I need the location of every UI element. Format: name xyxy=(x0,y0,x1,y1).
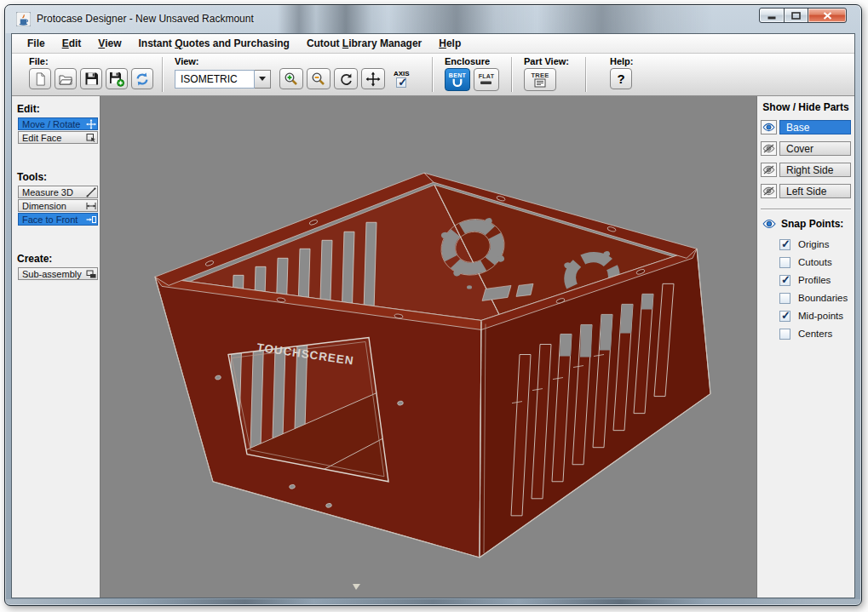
maximize-icon xyxy=(791,12,801,20)
sub-assembly-label: Sub-assembly xyxy=(22,269,82,279)
rotate-icon xyxy=(338,71,354,87)
viewport-marker xyxy=(353,584,360,590)
eye-hidden-icon xyxy=(762,165,775,174)
part-button-base[interactable]: Base xyxy=(779,120,851,134)
right-parts-panel: Show / Hide Parts Base xyxy=(756,96,854,598)
flat-label: FLAT xyxy=(479,73,495,79)
chevron-down-icon xyxy=(259,77,266,81)
toolbar-part-view-group: Part View: TREE xyxy=(515,54,582,95)
toolbar-view-group: View: ISOMETRIC xyxy=(166,54,428,95)
boundaries-checkbox[interactable] xyxy=(779,293,790,304)
minimize-icon xyxy=(767,12,776,20)
view-selector-arrow-button[interactable] xyxy=(255,70,271,89)
new-document-icon xyxy=(33,71,48,87)
part-view-group-label: Part View: xyxy=(524,56,577,66)
centers-checkbox[interactable] xyxy=(779,329,790,340)
save-button[interactable] xyxy=(80,68,102,89)
dimension-icon xyxy=(85,200,97,211)
pan-button[interactable] xyxy=(361,68,385,89)
snap-row-profiles: Profiles xyxy=(779,274,852,286)
left-tool-panel: Edit: Move / Rotate Edit Face xyxy=(12,96,101,598)
bent-view-button[interactable]: BENT xyxy=(445,68,470,91)
enclosure-3d-model: TOUCHSCREEN xyxy=(101,96,756,598)
snap-points-title: Snap Points: xyxy=(781,218,843,230)
part-button-right-side[interactable]: Right Side xyxy=(779,163,851,177)
dimension-label: Dimension xyxy=(22,201,66,211)
eye-hidden-icon xyxy=(762,144,775,153)
flat-view-button[interactable]: FLAT xyxy=(474,68,499,91)
help-group-label: Help: xyxy=(610,56,634,66)
menu-help[interactable]: Help xyxy=(430,35,469,52)
menu-bar: File Edit View Instant Quotes and Purcha… xyxy=(12,34,854,54)
origins-checkbox[interactable] xyxy=(779,239,790,250)
edit-face-icon xyxy=(85,132,97,143)
rotate-view-button[interactable] xyxy=(334,68,358,89)
tree-list-icon xyxy=(534,78,546,88)
sub-assembly-button[interactable]: Sub-assembly xyxy=(18,267,98,280)
menu-edit[interactable]: Edit xyxy=(54,35,90,52)
axis-checkbox[interactable] xyxy=(396,77,406,88)
help-button[interactable]: ? xyxy=(610,68,632,89)
zoom-in-icon xyxy=(284,71,299,87)
part-button-cover[interactable]: Cover xyxy=(779,141,851,156)
save-icon xyxy=(84,71,99,86)
measure-3d-label: Measure 3D xyxy=(22,187,73,197)
bent-label: BENT xyxy=(449,72,466,78)
open-file-button[interactable] xyxy=(55,68,77,89)
view-selector[interactable]: ISOMETRIC xyxy=(175,70,255,89)
menu-cutout-library[interactable]: Cutout Library Manager xyxy=(298,35,430,52)
menu-view[interactable]: View xyxy=(89,35,129,52)
create-section-label: Create: xyxy=(17,253,100,265)
menu-file[interactable]: File xyxy=(19,35,54,52)
close-button[interactable] xyxy=(808,8,847,23)
mid-points-checkbox[interactable] xyxy=(779,311,790,322)
snap-row-centers: Centers xyxy=(779,328,852,340)
move-rotate-icon xyxy=(85,118,97,129)
toolbar-help-group: Help: ? xyxy=(589,54,639,95)
dimension-button[interactable]: Dimension xyxy=(18,199,98,212)
toolbar: File: xyxy=(12,54,854,96)
new-file-button[interactable] xyxy=(29,68,51,89)
save-as-button[interactable] xyxy=(106,68,128,89)
refresh-button[interactable] xyxy=(131,68,153,89)
cover-visibility-button[interactable] xyxy=(761,141,777,156)
face-to-front-button[interactable]: Face to Front xyxy=(18,213,98,226)
cutouts-checkbox[interactable] xyxy=(779,257,790,268)
edit-face-button[interactable]: Edit Face xyxy=(18,131,98,144)
zoom-in-button[interactable] xyxy=(279,68,303,89)
sub-assembly-icon xyxy=(85,268,97,279)
cutouts-label: Cutouts xyxy=(798,257,832,267)
toolbar-divider xyxy=(585,57,586,92)
centers-label: Centers xyxy=(798,329,832,339)
minimize-button[interactable] xyxy=(759,8,785,23)
tree-view-button[interactable]: TREE xyxy=(524,68,556,91)
window-frame-bottom xyxy=(6,599,860,604)
snap-row-mid-points: Mid-points xyxy=(779,310,852,322)
base-visibility-button[interactable] xyxy=(761,120,777,134)
left-side-visibility-button[interactable] xyxy=(761,184,777,198)
maximize-button[interactable] xyxy=(784,8,808,23)
window-title: Protocase Designer - New Unsaved Rackmou… xyxy=(37,13,254,25)
profiles-checkbox[interactable] xyxy=(779,275,790,286)
refresh-icon xyxy=(135,71,150,87)
zoom-out-button[interactable] xyxy=(307,68,331,89)
view-group-label: View: xyxy=(175,56,423,66)
toolbar-divider xyxy=(432,57,433,92)
window-controls xyxy=(760,8,847,23)
part-button-left-side[interactable]: Left Side xyxy=(779,184,851,198)
right-side-visibility-button[interactable] xyxy=(761,163,777,177)
measure-3d-button[interactable]: Measure 3D xyxy=(18,186,98,198)
edit-section-label: Edit: xyxy=(17,103,100,115)
part-row-base: Base xyxy=(761,120,851,134)
profiles-label: Profiles xyxy=(798,275,831,285)
menu-instant-quotes[interactable]: Instant Quotes and Purchasing xyxy=(130,35,298,52)
toolbar-divider xyxy=(162,57,163,92)
viewport-3d[interactable]: TOUCHSCREEN xyxy=(101,96,756,598)
pan-icon xyxy=(365,71,381,87)
bent-channel-icon xyxy=(451,78,464,87)
measure-3d-icon xyxy=(85,186,97,197)
title-bar[interactable]: Protocase Designer - New Unsaved Rackmou… xyxy=(5,5,861,33)
eye-visible-icon[interactable] xyxy=(762,219,776,229)
move-rotate-button[interactable]: Move / Rotate xyxy=(18,117,98,130)
file-group-label: File: xyxy=(29,56,153,66)
